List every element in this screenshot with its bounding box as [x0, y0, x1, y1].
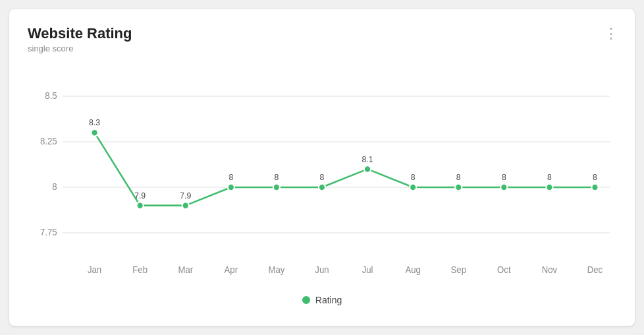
- svg-text:8.25: 8.25: [40, 137, 57, 146]
- svg-point-30: [546, 184, 552, 191]
- svg-text:Mar: Mar: [178, 264, 193, 274]
- svg-text:Aug: Aug: [405, 264, 420, 274]
- svg-text:8: 8: [52, 182, 57, 192]
- svg-text:8: 8: [502, 173, 506, 182]
- chart-card: Website Rating single score ⋮ 8.5 8.25 8…: [9, 9, 635, 326]
- svg-point-26: [364, 166, 371, 173]
- svg-point-20: [92, 129, 98, 137]
- svg-text:8.5: 8.5: [45, 91, 57, 101]
- svg-text:Dec: Dec: [587, 264, 603, 274]
- more-options-icon[interactable]: ⋮: [604, 25, 619, 42]
- legend-label: Rating: [315, 295, 342, 305]
- svg-text:Oct: Oct: [497, 264, 511, 274]
- svg-point-23: [228, 184, 234, 191]
- svg-point-25: [319, 184, 325, 191]
- svg-point-29: [500, 184, 507, 191]
- card-subtitle: single score: [28, 44, 616, 53]
- svg-point-31: [591, 184, 598, 191]
- svg-point-22: [182, 202, 189, 209]
- svg-text:Apr: Apr: [225, 264, 238, 274]
- svg-point-28: [455, 184, 462, 191]
- svg-text:8.1: 8.1: [362, 155, 373, 164]
- svg-text:8: 8: [228, 173, 233, 182]
- svg-text:Jul: Jul: [362, 264, 373, 274]
- card-title: Website Rating: [28, 25, 616, 42]
- svg-point-27: [410, 184, 416, 191]
- svg-point-21: [137, 202, 144, 209]
- svg-text:Nov: Nov: [542, 264, 558, 274]
- svg-text:8: 8: [547, 173, 552, 182]
- svg-text:Jun: Jun: [315, 264, 329, 274]
- svg-text:7.75: 7.75: [40, 228, 57, 237]
- svg-text:7.9: 7.9: [180, 191, 191, 200]
- svg-text:8: 8: [275, 173, 279, 182]
- legend-dot: [302, 296, 310, 304]
- svg-text:8: 8: [456, 173, 461, 182]
- svg-text:Sep: Sep: [451, 264, 466, 274]
- svg-text:May: May: [268, 264, 284, 274]
- svg-text:7.9: 7.9: [134, 191, 146, 200]
- svg-text:8.3: 8.3: [89, 118, 100, 127]
- svg-text:Jan: Jan: [88, 264, 101, 274]
- chart-legend: Rating: [28, 295, 616, 305]
- chart-area: 8.5 8.25 8 7.75 Jan Feb Mar Apr May Jun …: [28, 64, 616, 288]
- svg-text:8: 8: [320, 173, 325, 182]
- svg-text:Feb: Feb: [132, 264, 148, 274]
- svg-text:8: 8: [593, 173, 597, 182]
- svg-text:8: 8: [411, 173, 416, 182]
- svg-point-24: [273, 184, 280, 191]
